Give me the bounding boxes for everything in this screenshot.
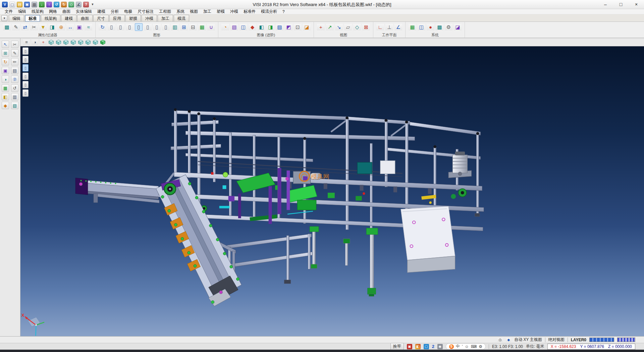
line-style-bar[interactable] xyxy=(617,338,635,342)
undo-tool-icon[interactable] xyxy=(11,84,18,92)
filter-icon[interactable] xyxy=(39,23,47,31)
open-file-icon[interactable] xyxy=(17,2,22,7)
snap-point-icon[interactable] xyxy=(427,23,434,31)
menu-item-mesh[interactable]: 网格 xyxy=(46,9,60,14)
workplane-angle-icon[interactable] xyxy=(394,23,402,31)
layer-name[interactable]: LAYER0 xyxy=(571,338,586,342)
shadow-icon[interactable] xyxy=(258,23,265,31)
menu-item-system[interactable]: 系统 xyxy=(174,9,187,14)
viewport-3d[interactable]: 模具网 X xyxy=(20,46,644,336)
view-info-icon[interactable] xyxy=(497,337,503,343)
clipboard-slot-5[interactable] xyxy=(22,81,29,88)
rotate-view-icon[interactable] xyxy=(353,23,361,31)
menu-item-help[interactable]: ? xyxy=(280,9,287,14)
effects-icon[interactable] xyxy=(303,23,311,31)
mesh-grid-icon[interactable] xyxy=(2,84,9,92)
transfer-icon[interactable] xyxy=(66,23,74,31)
mask-icon[interactable] xyxy=(48,23,56,31)
attribute-brush-icon[interactable] xyxy=(3,23,11,31)
ime-punct-icon[interactable] xyxy=(462,344,463,349)
menu-item-machining[interactable]: 加工 xyxy=(201,9,214,14)
clipboard-slot-4[interactable] xyxy=(22,73,29,80)
tab-wireframe[interactable]: 线架构 xyxy=(41,15,60,21)
tab-application[interactable]: 应用 xyxy=(109,15,125,21)
tab-standard[interactable]: 标准 xyxy=(25,15,40,21)
iso-view-icon[interactable] xyxy=(48,39,54,45)
background-icon[interactable] xyxy=(294,23,302,31)
qat-dropdown-icon[interactable] xyxy=(91,2,95,7)
menu-item-surface[interactable]: 曲面 xyxy=(60,9,73,14)
material-icon[interactable] xyxy=(267,23,274,31)
ime-lang-toggle[interactable]: 中 xyxy=(456,344,460,349)
minimize-button[interactable] xyxy=(598,0,613,9)
refresh-view-icon[interactable] xyxy=(99,23,106,31)
front-view-icon[interactable] xyxy=(63,39,69,45)
import-icon[interactable] xyxy=(39,2,45,7)
hatch-icon[interactable] xyxy=(11,102,18,109)
pan-icon[interactable] xyxy=(344,23,352,31)
shaded-view-icon[interactable] xyxy=(100,39,106,45)
transparency-icon[interactable] xyxy=(285,23,292,31)
menu-item-analysis[interactable]: 分析 xyxy=(108,9,121,14)
clipboard-slot-6[interactable] xyxy=(22,89,29,97)
tab-dimension[interactable]: 尺寸 xyxy=(93,15,109,21)
options-grid-icon[interactable] xyxy=(436,23,443,31)
close-button[interactable] xyxy=(629,0,644,9)
tab-surface[interactable]: 曲面 xyxy=(77,15,93,21)
cad-model-canvas[interactable]: 模具网 X xyxy=(20,46,644,336)
menu-item-progress[interactable]: 冲模 xyxy=(227,9,241,14)
rotate-tool-icon[interactable] xyxy=(2,58,9,65)
show-all-icon[interactable] xyxy=(198,23,206,31)
select-icon[interactable] xyxy=(2,41,9,48)
tolerance-icon[interactable] xyxy=(85,23,92,31)
menu-item-dimension[interactable]: 尺寸标注 xyxy=(135,9,156,14)
ime-keyboard-icon[interactable] xyxy=(471,344,477,349)
clipboard-slot-3[interactable] xyxy=(22,64,29,72)
table-icon[interactable] xyxy=(11,93,18,100)
menu-item-file[interactable]: 文件 xyxy=(2,9,15,14)
arcs-filter-icon[interactable] xyxy=(126,23,133,31)
tab-edit[interactable]: 编辑 xyxy=(9,15,24,21)
menu-item-wireframe[interactable]: 线架构 xyxy=(29,9,46,14)
add-filter-icon[interactable] xyxy=(57,23,65,31)
palette-icon[interactable] xyxy=(415,344,421,349)
trim-icon[interactable] xyxy=(30,23,38,31)
diamond-tool-icon[interactable] xyxy=(2,102,9,109)
layer-filter-icon[interactable] xyxy=(75,23,83,31)
sogou-logo-icon[interactable]: S xyxy=(449,344,454,349)
axis-toggle-icon[interactable] xyxy=(40,39,47,46)
back-view-icon[interactable] xyxy=(78,39,84,45)
annotate-icon[interactable] xyxy=(11,58,18,65)
points-filter-icon[interactable] xyxy=(108,23,115,31)
capture-icon[interactable] xyxy=(437,344,443,349)
view-cube-icon[interactable] xyxy=(68,2,74,7)
lines-filter-icon[interactable] xyxy=(117,23,124,31)
grid-toggle-icon[interactable] xyxy=(180,23,188,31)
layer-color-bar[interactable] xyxy=(589,338,614,342)
sketch-icon[interactable] xyxy=(11,49,18,57)
menu-item-electrode[interactable]: 电极 xyxy=(121,9,135,14)
hide-elements-icon[interactable] xyxy=(189,23,197,31)
previous-view-icon[interactable] xyxy=(362,23,370,31)
maximize-button[interactable] xyxy=(613,0,629,9)
menu-item-drawing[interactable]: 工程图 xyxy=(156,9,174,14)
clipboard-slot-1[interactable] xyxy=(22,47,29,55)
menu-item-modeling[interactable]: 建模 xyxy=(95,9,108,14)
menu-item-standard-parts[interactable]: 标准件 xyxy=(241,9,258,14)
redo-icon[interactable] xyxy=(61,2,67,7)
record-icon[interactable] xyxy=(407,344,412,349)
absolute-view-label[interactable]: 绝对视图 xyxy=(548,337,565,343)
snap-grid-icon[interactable] xyxy=(2,49,9,57)
ime-settings-icon[interactable] xyxy=(479,344,482,349)
monitor-icon[interactable] xyxy=(418,23,425,31)
export-icon[interactable] xyxy=(46,2,52,7)
menu-item-mold[interactable]: 塑模 xyxy=(214,9,227,14)
zoom-fit-icon[interactable] xyxy=(317,23,325,31)
tab-flow[interactable]: 模流 xyxy=(174,15,189,21)
save-icon[interactable] xyxy=(24,2,30,7)
settings-gear-icon[interactable] xyxy=(445,23,452,31)
zoom-in-icon[interactable] xyxy=(326,23,334,31)
split-view-icon[interactable] xyxy=(2,93,9,100)
surfaces-filter-icon[interactable] xyxy=(144,23,152,31)
help-icon[interactable] xyxy=(83,2,89,7)
